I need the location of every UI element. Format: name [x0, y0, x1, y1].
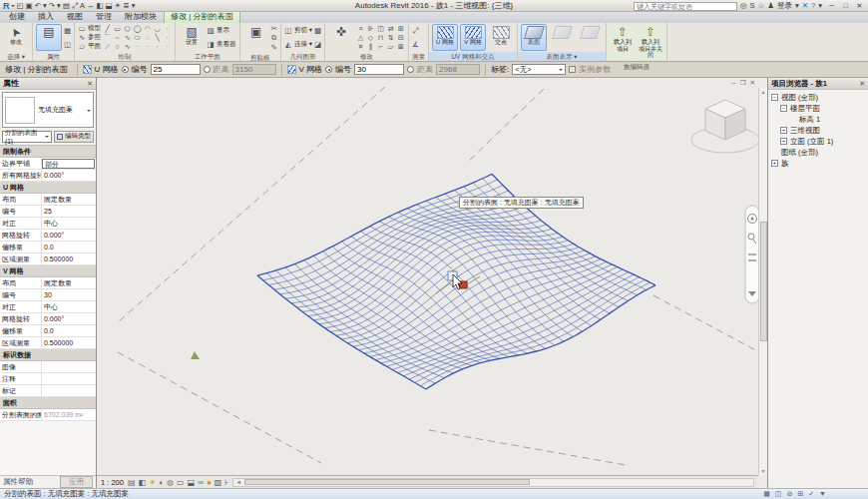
property-value[interactable]: [42, 385, 96, 396]
project-browser-header[interactable]: 项目浏览器 - 族1 ✕: [768, 78, 868, 90]
angle-dimension-icon[interactable]: ∡: [412, 40, 419, 49]
match-type-icon[interactable]: ✎: [271, 43, 277, 52]
measure-icon[interactable]: ⤢: [72, 1, 78, 11]
tree-item[interactable]: +族: [768, 158, 868, 169]
family-types-icon[interactable]: ▦: [64, 26, 71, 35]
press-drag-icon[interactable]: ⊞: [797, 490, 803, 498]
view-properties-icon[interactable]: ▧: [215, 477, 222, 488]
model-mode-button[interactable]: ▭模型: [78, 24, 101, 33]
tool-icon[interactable]: ◠: [143, 24, 152, 33]
show-crop-icon[interactable]: ⬓: [188, 477, 196, 488]
property-value[interactable]: 部分: [42, 159, 95, 169]
properties-panel-label[interactable]: 属性: [33, 52, 74, 61]
measure-panel-label[interactable]: 测量: [409, 52, 428, 61]
u-grid-button[interactable]: U 网格: [432, 24, 458, 51]
tool-icon[interactable]: ⬭: [133, 33, 142, 42]
tree-expander-icon[interactable]: −: [780, 105, 787, 112]
apply-button[interactable]: 应用: [60, 476, 93, 488]
search-input[interactable]: [634, 2, 737, 11]
hide-isolate-icon[interactable]: ∞: [198, 477, 204, 488]
horizontal-scrollbar[interactable]: ◄: [232, 478, 754, 487]
detail-level-icon[interactable]: ▤: [128, 477, 136, 488]
tool-icon[interactable]: ⌢: [113, 33, 122, 42]
tool-icon[interactable]: ·: [143, 42, 152, 51]
tool-icon[interactable]: ○: [113, 42, 122, 51]
constraints-icon[interactable]: ⊦: [224, 477, 228, 488]
property-value[interactable]: [42, 361, 96, 372]
scroll-up-icon[interactable]: ▲: [761, 89, 766, 95]
tool-icon[interactable]: ╱: [103, 24, 112, 33]
tool-icon[interactable]: ·: [163, 24, 172, 33]
pattern-button[interactable]: [549, 24, 575, 51]
tree-item[interactable]: +三维视图: [768, 125, 868, 136]
text-icon[interactable]: A: [80, 1, 85, 11]
property-value[interactable]: 0.500000: [42, 337, 96, 348]
view-restore-icon[interactable]: ❐: [740, 79, 746, 87]
edit-type-button[interactable]: 编辑类型: [54, 131, 94, 143]
clipboard-panel-label[interactable]: 剪贴板: [240, 53, 280, 62]
property-value[interactable]: 中心: [42, 301, 96, 312]
u-number-input[interactable]: [151, 64, 201, 75]
help-icon[interactable]: ?: [811, 1, 815, 11]
join-geometry-button[interactable]: ◭连接 ▾: [284, 40, 312, 49]
view-scale-button[interactable]: 1 : 200: [101, 478, 124, 487]
signin-person-icon[interactable]: ♟: [767, 1, 774, 11]
tool-icon[interactable]: ⊠: [396, 42, 405, 51]
property-group-header[interactable]: 面积: [0, 397, 96, 409]
tool-icon[interactable]: ◯: [133, 24, 142, 33]
property-group-header[interactable]: 限制条件: [0, 146, 96, 158]
tool-icon[interactable]: ∥: [366, 42, 375, 51]
tool-icon[interactable]: ⊞: [396, 24, 405, 33]
property-value[interactable]: 固定数量: [42, 194, 96, 205]
scroll-left-icon[interactable]: ◄: [233, 479, 242, 485]
vertical-scrollbar[interactable]: ▲ ▼: [758, 88, 767, 475]
project-browser-close-icon[interactable]: ✕: [859, 80, 865, 88]
signin-dropdown-icon[interactable]: ▾: [795, 1, 799, 11]
rendering-icon[interactable]: ◍: [167, 477, 174, 488]
tool-icon[interactable]: ⊓: [376, 33, 385, 42]
search-go-icon[interactable]: ◎: [740, 1, 747, 11]
intersects-button[interactable]: 交点: [488, 24, 514, 51]
tree-expander-icon[interactable]: +: [780, 127, 787, 134]
property-value[interactable]: 0.0: [42, 242, 96, 252]
tree-item[interactable]: 标高 1: [768, 114, 868, 125]
scroll-down-icon[interactable]: ▼: [761, 468, 766, 474]
exchange-apps-icon[interactable]: ✕: [802, 1, 808, 11]
tool-icon[interactable]: ◌: [143, 33, 152, 42]
tool-icon[interactable]: ◇: [366, 33, 375, 42]
tool-icon[interactable]: ✕: [356, 42, 365, 51]
section-icon[interactable]: ⬓: [106, 1, 113, 11]
component-button[interactable]: [577, 24, 603, 51]
properties-help-link[interactable]: 属性帮助: [3, 477, 33, 487]
cut-geometry-button[interactable]: ◫剪切 ▾: [284, 26, 312, 35]
property-value[interactable]: 30: [42, 289, 96, 300]
open-icon[interactable]: ◰: [17, 1, 24, 11]
v-distance-radio[interactable]: [407, 66, 414, 73]
vertical-scroll-thumb[interactable]: [760, 222, 767, 341]
signin-label[interactable]: 登录: [777, 1, 792, 11]
tool-icon[interactable]: ·: [163, 42, 172, 51]
tool-icon[interactable]: ≡: [356, 24, 365, 33]
paste-button[interactable]: ▣: [243, 24, 269, 52]
viewer-button[interactable]: ◨查看器: [207, 40, 236, 49]
design-options-icon[interactable]: ◫: [775, 490, 782, 498]
modify-button[interactable]: ➤修改: [3, 24, 29, 51]
exclude-options-icon[interactable]: ⊘: [786, 490, 792, 498]
close-button[interactable]: ✕: [853, 1, 866, 11]
properties-header[interactable]: 属性 ✕: [0, 78, 96, 90]
tool-icon[interactable]: ▭: [113, 24, 122, 33]
show-workplane-button[interactable]: ▨显示: [207, 26, 236, 35]
plane-mode-button[interactable]: ▱平面: [78, 42, 101, 51]
property-value[interactable]: 中心: [42, 218, 96, 229]
print-icon[interactable]: ▤: [63, 1, 70, 11]
tool-icon[interactable]: ▱: [386, 42, 395, 51]
select-panel-label[interactable]: 选择 ▾: [0, 52, 32, 61]
favorites-icon[interactable]: ☆: [758, 1, 765, 11]
drawing-canvas[interactable]: [97, 78, 767, 488]
help-dropdown-icon[interactable]: ▾: [818, 1, 822, 11]
tool-icon[interactable]: ∿: [123, 42, 132, 51]
v-grid-option-icon[interactable]: [287, 65, 296, 74]
family-category-icon[interactable]: ◫: [64, 40, 71, 49]
communication-center-icon[interactable]: S: [750, 1, 755, 11]
set-workplane-button[interactable]: ▧设置: [179, 24, 205, 51]
